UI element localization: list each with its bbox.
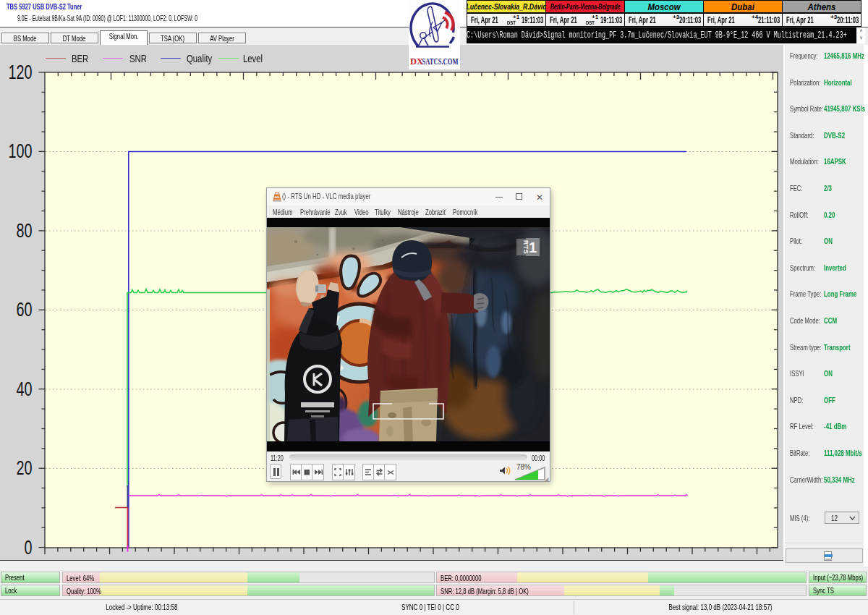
- svg-text:120: 120: [9, 62, 33, 83]
- svg-text:1: 1: [529, 239, 537, 255]
- svg-text:20: 20: [17, 457, 33, 479]
- svg-text:0: 0: [25, 537, 33, 559]
- svg-text:100: 100: [9, 140, 33, 162]
- svg-text:80: 80: [17, 220, 33, 242]
- svg-text:78%: 78%: [516, 463, 531, 471]
- svg-text:SATCS.COM: SATCS.COM: [422, 56, 459, 67]
- svg-text:40: 40: [17, 378, 33, 400]
- svg-text:60: 60: [17, 299, 33, 321]
- svg-text:DX: DX: [410, 56, 423, 67]
